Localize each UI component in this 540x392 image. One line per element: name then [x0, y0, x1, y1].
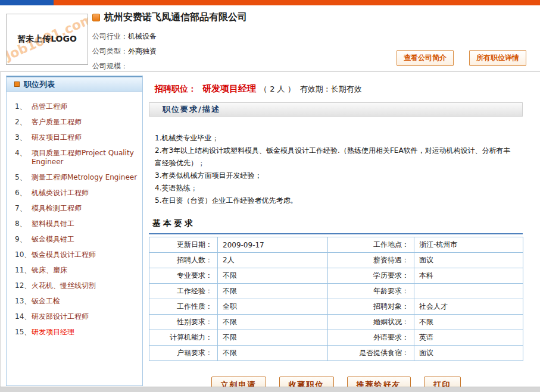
- company-industry-value: 机械设备: [128, 32, 157, 40]
- basic-requirements-table: 更新日期： 2009-09-17 工作地点： 浙江-杭州市 招聘人数： 2人 薪…: [149, 237, 523, 361]
- sidebar-job-item[interactable]: 3、研发项目工程师: [15, 130, 138, 146]
- validity-value: 长期有效: [331, 84, 362, 95]
- req-label: 性别要求：: [149, 315, 218, 330]
- req-label: 薪资待遇：: [328, 253, 414, 268]
- company-logo-placeholder: Job1001.com 暂未上传LOGO: [6, 14, 88, 65]
- req-label: 外语要求：: [328, 330, 414, 346]
- req-value: 不限: [218, 346, 328, 361]
- sidebar-job-item[interactable]: 12、火花机、慢丝线切割: [15, 278, 138, 294]
- company-scale-row: 公司规模：: [92, 59, 247, 74]
- req-value: 不限: [218, 315, 328, 330]
- job-headline: 招聘职位： 研发项目经理 （ 2 人 ） 有效期： 长期有效: [149, 83, 523, 95]
- req-label: 工作经验：: [149, 284, 218, 299]
- job-headcount: （ 2 人 ）: [260, 84, 295, 95]
- req-label: 更新日期：: [149, 237, 218, 253]
- description-line: 3.有类似机械方面项目开发经验；: [155, 170, 517, 182]
- company-header: Job1001.com 暂未上传LOGO 杭州安费诺飞凤通信部品有限公司 公司行…: [0, 5, 540, 72]
- table-row: 招聘人数： 2人 薪资待遇： 面议: [149, 253, 523, 268]
- table-row: 计算机能力： 不限 外语要求： 英语: [149, 330, 523, 346]
- description-line: 4.英语熟练；: [155, 182, 517, 195]
- job-list-header: 职位列表: [7, 76, 142, 92]
- top-bar-orange-segment: [54, 0, 540, 5]
- req-value: 不限: [218, 268, 328, 284]
- req-label: 是否提供食宿：: [328, 346, 414, 361]
- company-icon: [92, 14, 100, 21]
- company-info: 杭州安费诺飞凤通信部品有限公司 公司行业：机械设备 公司类型：外商独资 公司规模…: [92, 11, 247, 74]
- job-list-sidebar: 职位列表 1、品管工程师 2、客户质量工程师 3、研发项目工程师 4、项目质量工…: [6, 76, 143, 386]
- sidebar-job-item[interactable]: 9、钣金模具钳工: [15, 232, 138, 247]
- all-jobs-detail-button[interactable]: 所有职位详情: [469, 50, 526, 66]
- sidebar-job-item-current[interactable]: 15、研发项目经理: [15, 325, 138, 340]
- req-label: 学历要求：: [328, 268, 414, 284]
- req-value: 浙江-杭州市: [414, 237, 523, 253]
- req-label: 招聘人数：: [149, 253, 218, 268]
- sidebar-job-item[interactable]: 10、钣金模具设计工程师: [15, 247, 138, 263]
- req-value: 面议: [414, 346, 523, 361]
- recruit-position-label: 招聘职位：: [155, 84, 196, 95]
- list-bullet-icon: [14, 81, 20, 87]
- sidebar-job-item[interactable]: 8、塑料模具钳工: [15, 217, 138, 232]
- req-value: 不限: [414, 315, 523, 330]
- req-value: 面议: [414, 253, 523, 268]
- top-accent-bar: [0, 0, 540, 5]
- job-title: 研发项目经理: [202, 83, 256, 95]
- validity-label: 有效期：: [300, 84, 331, 95]
- req-label: 婚姻状况：: [328, 315, 414, 330]
- sidebar-job-item[interactable]: 1、品管工程师: [15, 99, 138, 115]
- req-label: 户籍要求：: [149, 346, 218, 361]
- sidebar-job-item[interactable]: 11、铣床、磨床: [15, 263, 138, 278]
- table-row: 性别要求： 不限 婚姻状况： 不限: [149, 315, 523, 330]
- sidebar-job-item[interactable]: 7、模具检测工程师: [15, 201, 138, 217]
- table-row: 工作性质： 全职 招聘对象： 社会人才: [149, 299, 523, 315]
- company-scale-label: 公司规模：: [92, 62, 128, 70]
- description-line: 5.在日资（台资）企业工作经验者优先考虑。: [155, 195, 517, 207]
- req-value: 本科: [414, 268, 523, 284]
- req-value: 全职: [218, 299, 328, 315]
- description-line: 1.机械类专业毕业；: [155, 132, 517, 145]
- req-value: 2009-09-17: [218, 237, 328, 253]
- sidebar-job-item[interactable]: 14、研发部设计工程师: [15, 309, 138, 325]
- view-company-profile-button[interactable]: 查看公司简介: [397, 50, 454, 66]
- req-value: 不限: [218, 330, 328, 346]
- company-type-row: 公司类型：外商独资: [92, 44, 247, 59]
- basic-requirements-title: 基本要求: [149, 218, 523, 234]
- req-label: 计算机能力：: [149, 330, 218, 346]
- description-line: 2.有3年以上结构设计或塑料模具、钣金模具设计工作经验.（熟练使用相关FEA软件…: [155, 145, 517, 170]
- top-bar-blue-segment: [0, 0, 54, 5]
- table-row: 工作经验： 不限 年龄要求：: [149, 284, 523, 299]
- job-description: 1.机械类专业毕业； 2.有3年以上结构设计或塑料模具、钣金模具设计工作经验.（…: [149, 132, 523, 207]
- req-label: 招聘对象：: [328, 299, 414, 315]
- sidebar-job-item[interactable]: 6、机械类设计工程师: [15, 186, 138, 201]
- req-label: 专业要求：: [149, 268, 218, 284]
- sidebar-job-item[interactable]: 4、项目质量工程师Project Quality Engineer: [15, 146, 138, 170]
- req-label: 工作性质：: [149, 299, 218, 315]
- company-industry-row: 公司行业：机械设备: [92, 29, 247, 44]
- company-type-label: 公司类型：: [92, 47, 128, 55]
- table-row: 户籍要求： 不限 是否提供食宿： 面议: [149, 346, 523, 361]
- sidebar-job-item[interactable]: 2、客户质量工程师: [15, 115, 138, 130]
- table-row: 专业要求： 不限 学历要求： 本科: [149, 268, 523, 284]
- company-type-value: 外商独资: [128, 47, 157, 55]
- horizontal-scrollbar[interactable]: [0, 387, 540, 392]
- req-value: 英语: [414, 330, 523, 346]
- req-value: 社会人才: [414, 299, 523, 315]
- job-list-title: 职位列表: [24, 79, 55, 90]
- req-label: 年龄要求：: [328, 284, 414, 299]
- req-value: 2人: [218, 253, 328, 268]
- header-buttons: 查看公司简介 所有职位详情: [397, 50, 526, 66]
- job-description-section-header: 职位要求/描述: [149, 102, 523, 117]
- req-value: [414, 284, 523, 299]
- table-row: 更新日期： 2009-09-17 工作地点： 浙江-杭州市: [149, 237, 523, 253]
- job-list: 1、品管工程师 2、客户质量工程师 3、研发项目工程师 4、项目质量工程师Pro…: [7, 92, 142, 340]
- sidebar-job-item[interactable]: 13、钣金工检: [15, 294, 138, 309]
- logo-placeholder-text: 暂未上传LOGO: [17, 34, 77, 45]
- job-detail-panel: 招聘职位： 研发项目经理 （ 2 人 ） 有效期： 长期有效 职位要求/描述 1…: [149, 83, 523, 392]
- sidebar-job-item[interactable]: 5、测量工程师Metrology Engineer: [15, 170, 138, 186]
- req-label: 工作地点：: [328, 237, 414, 253]
- req-value: 不限: [218, 284, 328, 299]
- company-name: 杭州安费诺飞凤通信部品有限公司: [104, 11, 247, 24]
- company-industry-label: 公司行业：: [92, 32, 128, 40]
